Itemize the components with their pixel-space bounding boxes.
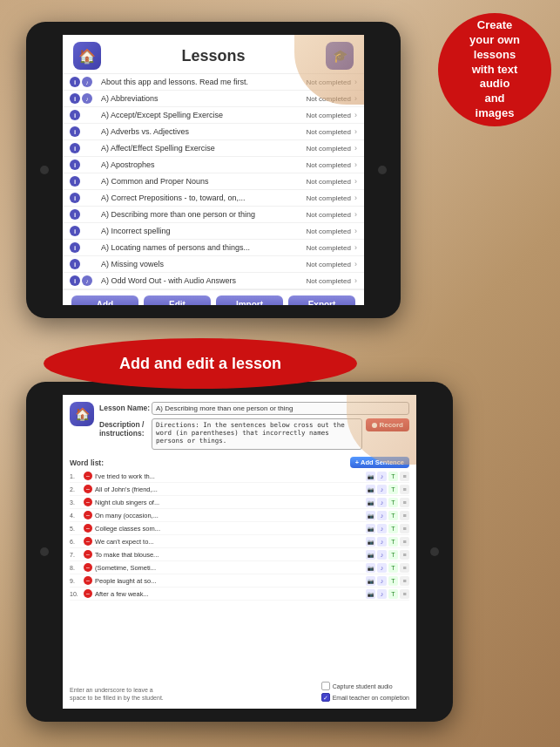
text-icon[interactable]: T bbox=[388, 563, 398, 573]
import-button[interactable]: Import bbox=[216, 295, 283, 305]
export-button[interactable]: Export bbox=[288, 295, 355, 305]
volume-icon[interactable]: ♪ bbox=[377, 550, 387, 560]
word-number: 1. bbox=[70, 473, 84, 479]
volume-icon[interactable]: ♪ bbox=[377, 589, 387, 599]
text-icon[interactable]: T bbox=[388, 537, 398, 547]
audio-icon[interactable]: ♪ bbox=[82, 77, 92, 87]
camera-icon[interactable]: 📷 bbox=[366, 498, 375, 507]
camera-icon[interactable]: 📷 bbox=[366, 472, 375, 481]
delete-word-button[interactable]: − bbox=[84, 511, 92, 520]
text-icon[interactable]: T bbox=[388, 576, 398, 586]
delete-word-button[interactable]: − bbox=[84, 472, 92, 480]
text-icon[interactable]: T bbox=[388, 498, 398, 507]
lesson-row[interactable]: iA) Common and Proper NounsNot completed… bbox=[63, 173, 364, 190]
delete-word-button[interactable]: − bbox=[84, 498, 92, 506]
info-icon[interactable]: i bbox=[70, 209, 80, 220]
info-icon[interactable]: i bbox=[70, 143, 80, 153]
delete-word-button[interactable]: − bbox=[84, 563, 92, 572]
volume-icon[interactable]: ♪ bbox=[377, 511, 387, 520]
word-row[interactable]: 2.−All of John's (friend,...📷♪T≡ bbox=[70, 483, 409, 496]
menu-icon[interactable]: ≡ bbox=[400, 589, 409, 599]
info-icon[interactable]: i bbox=[70, 160, 80, 170]
word-row[interactable]: 3.−Night club singers of...📷♪T≡ bbox=[70, 496, 409, 509]
info-icon[interactable]: i bbox=[70, 126, 80, 137]
word-row[interactable]: 4.−On many (occasion,...📷♪T≡ bbox=[70, 509, 409, 522]
volume-icon[interactable]: ♪ bbox=[377, 472, 387, 481]
word-row[interactable]: 8.−(Sometime, Someti...📷♪T≡ bbox=[70, 561, 409, 574]
word-row[interactable]: 5.−College classes som...📷♪T≡ bbox=[70, 522, 409, 535]
camera-icon[interactable]: 📷 bbox=[366, 576, 375, 586]
info-icon[interactable]: i bbox=[70, 93, 80, 104]
delete-word-button[interactable]: − bbox=[84, 485, 92, 493]
info-icon[interactable]: i bbox=[70, 226, 80, 236]
description-input[interactable]: Directions: In the sentences below cross… bbox=[152, 418, 362, 450]
tablet-bottom: 🏠 Lesson Name: A) Describing more than o… bbox=[26, 382, 453, 722]
delete-word-button[interactable]: − bbox=[84, 550, 92, 559]
info-icon[interactable]: i bbox=[70, 275, 80, 286]
menu-icon[interactable]: ≡ bbox=[400, 563, 409, 573]
camera-icon[interactable]: 📷 bbox=[366, 550, 375, 560]
delete-word-button[interactable]: − bbox=[84, 576, 92, 585]
info-icon[interactable]: i bbox=[70, 259, 80, 269]
menu-icon[interactable]: ≡ bbox=[400, 537, 409, 547]
word-row[interactable]: 6.−We can't expect to...📷♪T≡ bbox=[70, 535, 409, 548]
email-teacher-checkbox[interactable] bbox=[321, 693, 330, 702]
delete-word-button[interactable]: − bbox=[84, 589, 92, 598]
info-icon[interactable]: i bbox=[70, 176, 80, 187]
info-icon[interactable]: i bbox=[70, 242, 80, 253]
lesson-row[interactable]: iA) Missing vowelsNot completed› bbox=[63, 256, 364, 273]
camera-icon[interactable]: 📷 bbox=[366, 563, 375, 573]
delete-word-button[interactable]: − bbox=[84, 537, 92, 546]
info-icon[interactable]: i bbox=[70, 193, 80, 203]
text-icon[interactable]: T bbox=[388, 472, 398, 481]
text-icon[interactable]: T bbox=[388, 550, 398, 560]
volume-icon[interactable]: ♪ bbox=[377, 563, 387, 573]
volume-icon[interactable]: ♪ bbox=[377, 537, 387, 547]
word-row[interactable]: 1.−I've tried to work th...📷♪T≡ bbox=[70, 470, 409, 483]
menu-icon[interactable]: ≡ bbox=[400, 485, 409, 494]
info-icon[interactable]: i bbox=[70, 110, 80, 120]
volume-icon[interactable]: ♪ bbox=[377, 576, 387, 586]
lesson-row[interactable]: i♪A) Odd Word Out - with Audio AnswersNo… bbox=[63, 273, 364, 289]
menu-icon[interactable]: ≡ bbox=[400, 498, 409, 507]
volume-icon[interactable]: ♪ bbox=[377, 524, 387, 533]
volume-icon[interactable]: ♪ bbox=[377, 498, 387, 507]
lesson-row[interactable]: iA) Describing more than one person or t… bbox=[63, 207, 364, 223]
home-button-top[interactable]: 🏠 bbox=[73, 42, 101, 70]
lesson-name-text: A) Describing more than one person or th… bbox=[101, 210, 306, 219]
lesson-row[interactable]: iA) Affect/Effect Spelling ExerciseNot c… bbox=[63, 140, 364, 157]
text-icon[interactable]: T bbox=[388, 511, 398, 520]
lesson-row[interactable]: iA) Adverbs vs. AdjectivesNot completed› bbox=[63, 124, 364, 140]
lesson-row[interactable]: iA) Correct Prepositions - to, toward, o… bbox=[63, 190, 364, 207]
menu-icon[interactable]: ≡ bbox=[400, 511, 409, 520]
text-icon[interactable]: T bbox=[388, 589, 398, 599]
home-button-bottom[interactable]: 🏠 bbox=[70, 402, 94, 426]
word-row[interactable]: 9.−People laught at so...📷♪T≡ bbox=[70, 574, 409, 587]
info-icon[interactable]: i bbox=[70, 77, 80, 87]
audio-icon[interactable]: ♪ bbox=[82, 275, 92, 286]
lesson-row[interactable]: iA) ApostrophesNot completed› bbox=[63, 157, 364, 173]
menu-icon[interactable]: ≡ bbox=[400, 576, 409, 586]
edit-button[interactable]: Edit bbox=[144, 295, 211, 305]
lesson-row[interactable]: iA) Locating names of persons and things… bbox=[63, 240, 364, 256]
text-icon[interactable]: T bbox=[388, 524, 398, 533]
tablet-top: 🏠 Lessons 🎓 i♪About this app and lessons… bbox=[26, 22, 401, 318]
lesson-row[interactable]: iA) Incorrect spellingNot completed› bbox=[63, 223, 364, 240]
menu-icon[interactable]: ≡ bbox=[400, 472, 409, 481]
camera-icon[interactable]: 📷 bbox=[366, 485, 375, 494]
delete-word-button[interactable]: − bbox=[84, 524, 92, 533]
text-icon[interactable]: T bbox=[388, 485, 398, 494]
menu-icon[interactable]: ≡ bbox=[400, 524, 409, 533]
camera-icon[interactable]: 📷 bbox=[366, 589, 375, 599]
word-row[interactable]: 10.−After a few weak...📷♪T≡ bbox=[70, 587, 409, 601]
menu-icon[interactable]: ≡ bbox=[400, 550, 409, 560]
volume-icon[interactable]: ♪ bbox=[377, 485, 387, 494]
add-button[interactable]: Add bbox=[71, 295, 138, 305]
capture-audio-checkbox[interactable] bbox=[321, 682, 330, 690]
word-row[interactable]: 7.−To make that blouse...📷♪T≡ bbox=[70, 548, 409, 561]
lesson-row[interactable]: iA) Accept/Except Spelling ExerciseNot c… bbox=[63, 107, 364, 124]
audio-icon[interactable]: ♪ bbox=[82, 93, 92, 104]
camera-icon[interactable]: 📷 bbox=[366, 537, 375, 547]
camera-icon[interactable]: 📷 bbox=[366, 524, 375, 533]
camera-icon[interactable]: 📷 bbox=[366, 511, 375, 520]
